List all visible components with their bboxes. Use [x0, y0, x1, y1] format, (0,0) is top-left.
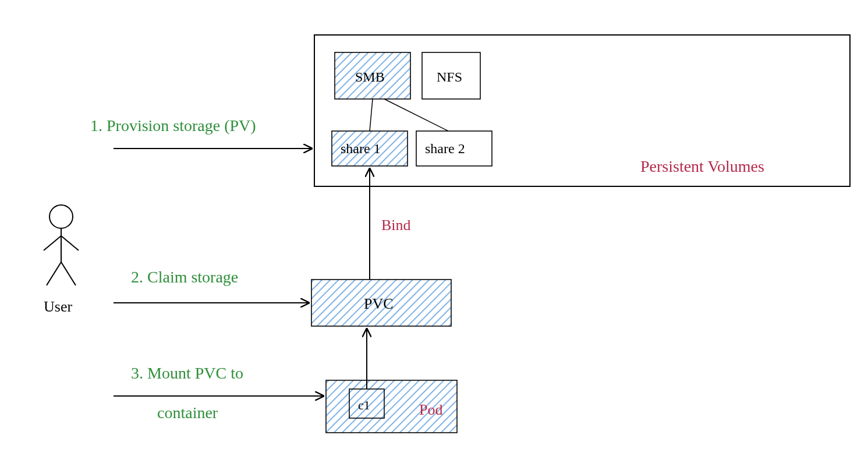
step3-label-line2: container — [157, 404, 218, 422]
user-actor — [44, 205, 79, 285]
svg-line-7 — [61, 262, 76, 285]
c1-label: c1 — [358, 398, 370, 412]
step3-label-line1: 3. Mount PVC to — [131, 364, 243, 382]
share1-label: share 1 — [341, 141, 381, 156]
svg-line-6 — [47, 262, 61, 285]
svg-line-5 — [61, 236, 79, 250]
svg-line-4 — [44, 236, 61, 250]
step1-label: 1. Provision storage (PV) — [90, 116, 256, 135]
svg-point-2 — [49, 205, 73, 228]
diagram-canvas: User Persistent Volumes SMB NFS share 1 … — [0, 0, 868, 449]
smb-share1-connector — [370, 99, 373, 131]
smb-share2-connector — [384, 99, 448, 131]
user-label: User — [44, 298, 72, 315]
pvc-label: PVC — [364, 295, 394, 312]
nfs-label: NFS — [437, 69, 462, 84]
bind-label: Bind — [381, 217, 411, 234]
share2-label: share 2 — [425, 141, 465, 156]
step2-label: 2. Claim storage — [131, 268, 238, 286]
pv-container-label: Persistent Volumes — [640, 157, 764, 175]
pod-label: Pod — [419, 401, 442, 418]
smb-label: SMB — [355, 69, 385, 84]
